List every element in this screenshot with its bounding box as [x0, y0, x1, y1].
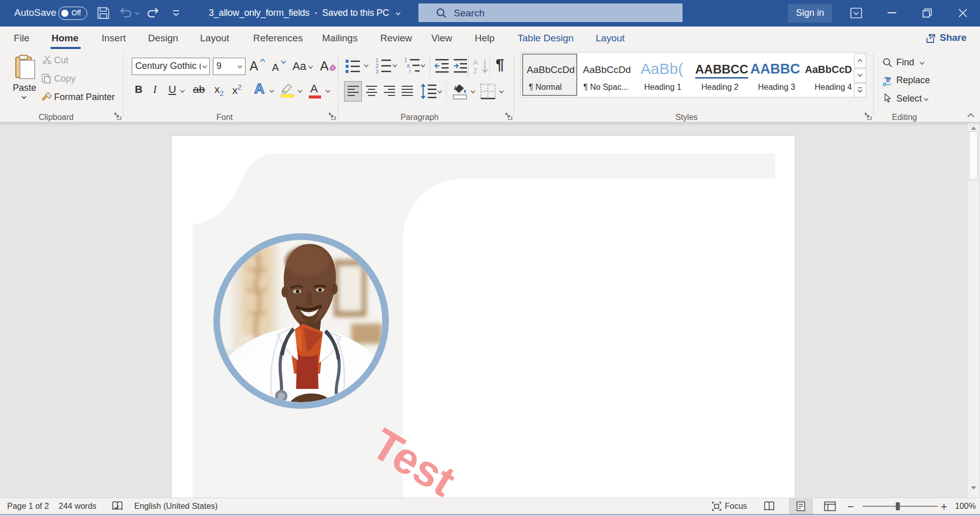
svg-text:Z: Z [473, 67, 478, 75]
svg-text:i: i [409, 68, 410, 74]
svg-text:a: a [407, 63, 410, 68]
svg-text:A: A [473, 58, 478, 66]
svg-text:1: 1 [376, 58, 379, 63]
svg-text:1: 1 [404, 57, 407, 63]
svg-text:2: 2 [376, 63, 379, 69]
svg-text:3: 3 [376, 69, 379, 75]
